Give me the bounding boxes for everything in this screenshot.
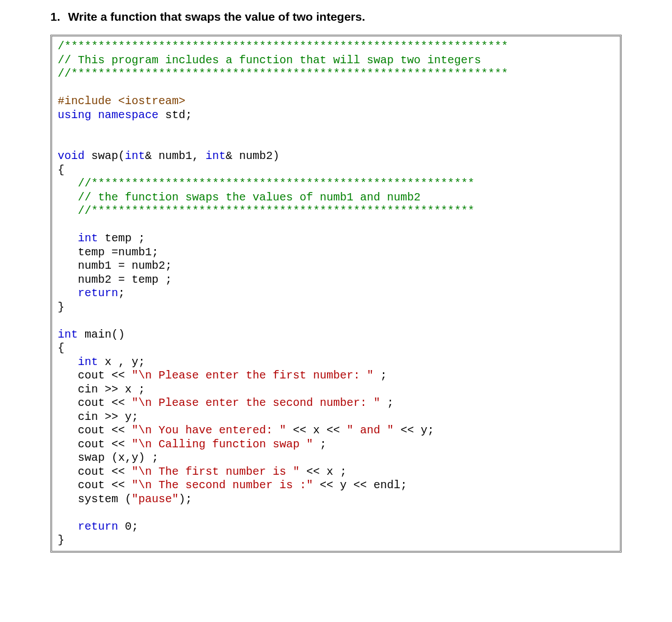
code-token [58, 191, 78, 204]
code-token [58, 232, 78, 245]
code-listing: /***************************************… [50, 35, 622, 553]
code-token: & numb1, [145, 149, 206, 162]
code-token [58, 177, 78, 190]
code-token: void [58, 149, 85, 162]
code-token: main() [78, 328, 125, 341]
code-token: "\n The second number is :" [132, 479, 313, 492]
code-token: // the function swaps the values of numb… [78, 191, 421, 204]
code-token: ; [313, 438, 326, 451]
code-token [91, 109, 98, 121]
code-token: ; [380, 396, 394, 409]
code-token: ); [179, 493, 192, 506]
code-token: ; [118, 287, 125, 300]
code-token: << y; [394, 424, 434, 437]
code-token: int [206, 149, 226, 162]
question-number: 1. [50, 10, 60, 24]
code-token: cout << [58, 438, 132, 451]
code-token: swap( [85, 149, 125, 162]
code-token [58, 287, 78, 300]
code-token: & numb2) [226, 149, 279, 162]
code-token: 0; [118, 520, 138, 533]
question-text: Write a function that swaps the value of… [68, 10, 366, 24]
code-token: cout << [58, 465, 132, 478]
code-token: system ( [58, 493, 132, 506]
code-token: cin >> y; [58, 410, 138, 423]
code-token: int [58, 328, 78, 341]
code-token: temp =numb1; [58, 246, 158, 259]
code-token: ; [374, 369, 387, 382]
code-token: using [58, 109, 91, 121]
code-token: "\n The first number is " [132, 465, 300, 478]
question-heading: 1. Write a function that swaps the value… [50, 10, 622, 24]
code-token: std; [158, 109, 192, 121]
code-token: temp ; [98, 232, 145, 245]
code-token: // This program includes a function that… [58, 54, 481, 67]
code-token: << x ; [300, 465, 347, 478]
code-token: "\n Please enter the first number: " [132, 369, 374, 382]
code-token: cout << [58, 369, 132, 382]
code-token: cin >> x ; [58, 383, 145, 396]
code-token: cout << [58, 396, 132, 409]
code-token: return [78, 287, 118, 300]
code-token: //**************************************… [78, 204, 474, 217]
code-token: #include <iostream> [58, 95, 185, 107]
code-token: } [58, 301, 64, 314]
code-token: x , y; [98, 356, 145, 368]
code-token: int [125, 149, 145, 162]
code-token: " and " [347, 424, 394, 437]
code-token: "\n Calling function swap " [132, 438, 313, 451]
code-token: /***************************************… [58, 40, 508, 53]
code-token [58, 204, 78, 217]
code-token [58, 356, 78, 368]
code-token: cout << [58, 424, 132, 437]
code-token: numb2 = temp ; [58, 273, 172, 286]
code-token: return [78, 520, 118, 533]
code-token: numb1 = numb2; [58, 259, 172, 272]
code-token: { [58, 163, 64, 176]
code-token: swap (x,y) ; [58, 451, 158, 464]
code-token: { [58, 342, 64, 354]
code-token: "pause" [132, 493, 179, 506]
code-token [58, 520, 78, 533]
code-token: << y << endl; [313, 479, 407, 492]
code-token: //**************************************… [58, 67, 508, 80]
code-token: "\n Please enter the second number: " [132, 396, 380, 409]
code-token: int [78, 232, 98, 245]
code-token: cout << [58, 479, 132, 492]
code-token: //**************************************… [78, 177, 474, 190]
code-token: int [78, 356, 98, 368]
code-token: "\n You have entered: " [132, 424, 286, 437]
code-token: namespace [98, 109, 158, 121]
code-token: } [58, 534, 64, 546]
code-token: << x << [286, 424, 347, 437]
